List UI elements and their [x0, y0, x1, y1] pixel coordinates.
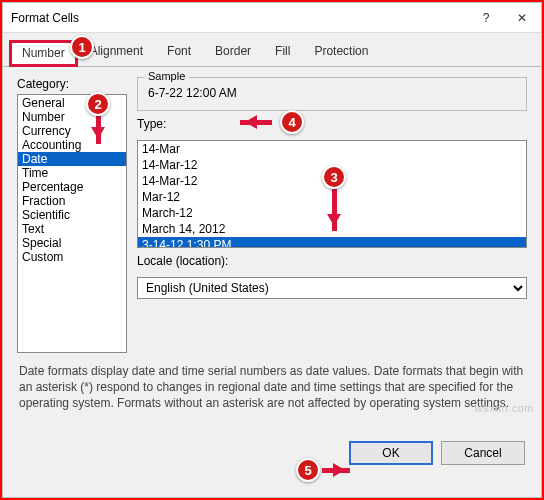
annotation-badge-4: 4	[280, 110, 304, 134]
help-icon[interactable]: ?	[475, 11, 497, 25]
annotation-badge-1: 1	[70, 35, 94, 59]
category-item-selected[interactable]: Date	[18, 152, 126, 166]
annotated-screenshot: Format Cells ? ✕ Number Alignment Font B…	[0, 0, 544, 500]
category-item[interactable]: Number	[18, 110, 126, 124]
window-title: Format Cells	[11, 11, 475, 25]
window-controls: ? ✕	[475, 11, 533, 25]
category-item[interactable]: Currency	[18, 124, 126, 138]
format-cells-dialog: Format Cells ? ✕ Number Alignment Font B…	[2, 2, 542, 498]
tab-protection[interactable]: Protection	[302, 39, 380, 66]
category-item[interactable]: Custom	[18, 250, 126, 264]
tab-border[interactable]: Border	[203, 39, 263, 66]
category-item[interactable]: Time	[18, 166, 126, 180]
annotation-arrow-5	[322, 468, 350, 473]
sample-value: 6-7-22 12:00 AM	[148, 86, 237, 100]
category-item[interactable]: Special	[18, 236, 126, 250]
annotation-arrow-3	[332, 189, 337, 231]
category-item[interactable]: Text	[18, 222, 126, 236]
category-item[interactable]: Accounting	[18, 138, 126, 152]
locale-select[interactable]: English (United States)	[137, 277, 527, 299]
category-item[interactable]: Scientific	[18, 208, 126, 222]
type-label: Type:	[137, 117, 527, 131]
cancel-button[interactable]: Cancel	[441, 441, 525, 465]
category-item[interactable]: Percentage	[18, 180, 126, 194]
title-bar: Format Cells ? ✕	[3, 3, 541, 33]
watermark: wsxdn.com	[474, 402, 534, 414]
tab-number[interactable]: Number	[9, 40, 78, 67]
ok-button[interactable]: OK	[349, 441, 433, 465]
annotation-arrow-4	[240, 120, 272, 125]
type-item[interactable]: 14-Mar	[138, 141, 526, 157]
locale-label: Locale (location):	[137, 254, 527, 268]
annotation-badge-5: 5	[296, 458, 320, 482]
close-icon[interactable]: ✕	[511, 11, 533, 25]
annotation-badge-3: 3	[322, 165, 346, 189]
category-list[interactable]: General Number Currency Accounting Date …	[17, 94, 127, 353]
description-text: Date formats display date and time seria…	[3, 357, 541, 431]
category-label: Category:	[17, 77, 127, 91]
tab-fill[interactable]: Fill	[263, 39, 302, 66]
type-item-selected[interactable]: 3-14-12 1:30 PM	[138, 237, 526, 248]
sample-label: Sample	[144, 70, 189, 82]
tab-font[interactable]: Font	[155, 39, 203, 66]
category-item[interactable]: Fraction	[18, 194, 126, 208]
category-panel: Category: General Number Currency Accoun…	[17, 77, 127, 353]
annotation-badge-2: 2	[86, 92, 110, 116]
annotation-arrow-2	[96, 116, 101, 144]
dialog-buttons: OK Cancel	[3, 431, 541, 465]
sample-group: Sample 6-7-22 12:00 AM	[137, 77, 527, 111]
